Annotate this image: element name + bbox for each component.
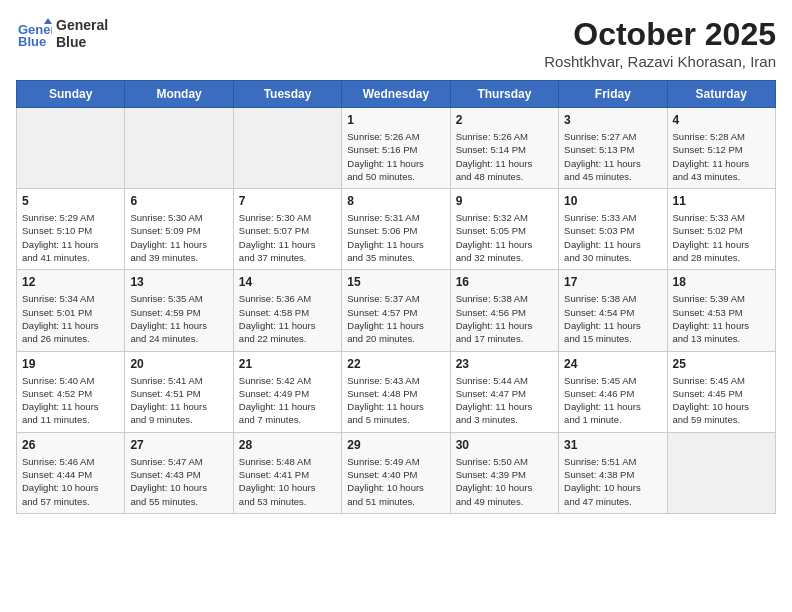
day-number: 17 (564, 275, 661, 289)
calendar-cell: 18Sunrise: 5:39 AM Sunset: 4:53 PM Dayli… (667, 270, 775, 351)
calendar-cell: 26Sunrise: 5:46 AM Sunset: 4:44 PM Dayli… (17, 432, 125, 513)
calendar-table: SundayMondayTuesdayWednesdayThursdayFrid… (16, 80, 776, 514)
day-info: Sunrise: 5:47 AM Sunset: 4:43 PM Dayligh… (130, 455, 227, 508)
day-info: Sunrise: 5:48 AM Sunset: 4:41 PM Dayligh… (239, 455, 336, 508)
day-number: 14 (239, 275, 336, 289)
day-info: Sunrise: 5:33 AM Sunset: 5:02 PM Dayligh… (673, 211, 770, 264)
calendar-cell: 11Sunrise: 5:33 AM Sunset: 5:02 PM Dayli… (667, 189, 775, 270)
day-info: Sunrise: 5:27 AM Sunset: 5:13 PM Dayligh… (564, 130, 661, 183)
calendar-cell: 29Sunrise: 5:49 AM Sunset: 4:40 PM Dayli… (342, 432, 450, 513)
day-number: 18 (673, 275, 770, 289)
day-number: 9 (456, 194, 553, 208)
calendar-cell: 2Sunrise: 5:26 AM Sunset: 5:14 PM Daylig… (450, 108, 558, 189)
day-info: Sunrise: 5:31 AM Sunset: 5:06 PM Dayligh… (347, 211, 444, 264)
day-number: 6 (130, 194, 227, 208)
day-number: 26 (22, 438, 119, 452)
day-number: 29 (347, 438, 444, 452)
calendar-week-row: 19Sunrise: 5:40 AM Sunset: 4:52 PM Dayli… (17, 351, 776, 432)
day-info: Sunrise: 5:33 AM Sunset: 5:03 PM Dayligh… (564, 211, 661, 264)
calendar-cell: 19Sunrise: 5:40 AM Sunset: 4:52 PM Dayli… (17, 351, 125, 432)
day-number: 15 (347, 275, 444, 289)
calendar-cell: 8Sunrise: 5:31 AM Sunset: 5:06 PM Daylig… (342, 189, 450, 270)
calendar-cell: 10Sunrise: 5:33 AM Sunset: 5:03 PM Dayli… (559, 189, 667, 270)
day-info: Sunrise: 5:30 AM Sunset: 5:09 PM Dayligh… (130, 211, 227, 264)
calendar-cell: 13Sunrise: 5:35 AM Sunset: 4:59 PM Dayli… (125, 270, 233, 351)
day-number: 19 (22, 357, 119, 371)
day-info: Sunrise: 5:38 AM Sunset: 4:56 PM Dayligh… (456, 292, 553, 345)
weekday-header-saturday: Saturday (667, 81, 775, 108)
day-info: Sunrise: 5:49 AM Sunset: 4:40 PM Dayligh… (347, 455, 444, 508)
day-number: 28 (239, 438, 336, 452)
day-info: Sunrise: 5:50 AM Sunset: 4:39 PM Dayligh… (456, 455, 553, 508)
calendar-week-row: 5Sunrise: 5:29 AM Sunset: 5:10 PM Daylig… (17, 189, 776, 270)
day-info: Sunrise: 5:45 AM Sunset: 4:46 PM Dayligh… (564, 374, 661, 427)
page-header: General Blue General Blue October 2025 R… (16, 16, 776, 70)
day-number: 8 (347, 194, 444, 208)
day-info: Sunrise: 5:37 AM Sunset: 4:57 PM Dayligh… (347, 292, 444, 345)
day-info: Sunrise: 5:36 AM Sunset: 4:58 PM Dayligh… (239, 292, 336, 345)
day-info: Sunrise: 5:42 AM Sunset: 4:49 PM Dayligh… (239, 374, 336, 427)
day-info: Sunrise: 5:28 AM Sunset: 5:12 PM Dayligh… (673, 130, 770, 183)
calendar-cell: 3Sunrise: 5:27 AM Sunset: 5:13 PM Daylig… (559, 108, 667, 189)
day-number: 20 (130, 357, 227, 371)
day-number: 24 (564, 357, 661, 371)
calendar-cell: 7Sunrise: 5:30 AM Sunset: 5:07 PM Daylig… (233, 189, 341, 270)
calendar-cell: 30Sunrise: 5:50 AM Sunset: 4:39 PM Dayli… (450, 432, 558, 513)
day-number: 27 (130, 438, 227, 452)
logo: General Blue General Blue (16, 16, 108, 52)
day-info: Sunrise: 5:41 AM Sunset: 4:51 PM Dayligh… (130, 374, 227, 427)
day-info: Sunrise: 5:44 AM Sunset: 4:47 PM Dayligh… (456, 374, 553, 427)
month-title: October 2025 (544, 16, 776, 53)
logo-line2: Blue (56, 34, 108, 51)
calendar-cell: 1Sunrise: 5:26 AM Sunset: 5:16 PM Daylig… (342, 108, 450, 189)
weekday-header-friday: Friday (559, 81, 667, 108)
calendar-cell: 27Sunrise: 5:47 AM Sunset: 4:43 PM Dayli… (125, 432, 233, 513)
day-number: 12 (22, 275, 119, 289)
weekday-header-thursday: Thursday (450, 81, 558, 108)
calendar-cell: 24Sunrise: 5:45 AM Sunset: 4:46 PM Dayli… (559, 351, 667, 432)
calendar-cell: 31Sunrise: 5:51 AM Sunset: 4:38 PM Dayli… (559, 432, 667, 513)
day-info: Sunrise: 5:45 AM Sunset: 4:45 PM Dayligh… (673, 374, 770, 427)
day-number: 5 (22, 194, 119, 208)
day-number: 23 (456, 357, 553, 371)
day-info: Sunrise: 5:26 AM Sunset: 5:16 PM Dayligh… (347, 130, 444, 183)
weekday-header-monday: Monday (125, 81, 233, 108)
day-info: Sunrise: 5:43 AM Sunset: 4:48 PM Dayligh… (347, 374, 444, 427)
day-info: Sunrise: 5:38 AM Sunset: 4:54 PM Dayligh… (564, 292, 661, 345)
calendar-cell: 12Sunrise: 5:34 AM Sunset: 5:01 PM Dayli… (17, 270, 125, 351)
calendar-cell (667, 432, 775, 513)
day-number: 31 (564, 438, 661, 452)
day-number: 4 (673, 113, 770, 127)
calendar-cell: 15Sunrise: 5:37 AM Sunset: 4:57 PM Dayli… (342, 270, 450, 351)
location-subtitle: Roshtkhvar, Razavi Khorasan, Iran (544, 53, 776, 70)
calendar-week-row: 1Sunrise: 5:26 AM Sunset: 5:16 PM Daylig… (17, 108, 776, 189)
calendar-cell: 20Sunrise: 5:41 AM Sunset: 4:51 PM Dayli… (125, 351, 233, 432)
calendar-cell: 28Sunrise: 5:48 AM Sunset: 4:41 PM Dayli… (233, 432, 341, 513)
calendar-cell: 21Sunrise: 5:42 AM Sunset: 4:49 PM Dayli… (233, 351, 341, 432)
day-info: Sunrise: 5:35 AM Sunset: 4:59 PM Dayligh… (130, 292, 227, 345)
day-info: Sunrise: 5:34 AM Sunset: 5:01 PM Dayligh… (22, 292, 119, 345)
calendar-cell: 5Sunrise: 5:29 AM Sunset: 5:10 PM Daylig… (17, 189, 125, 270)
weekday-header-sunday: Sunday (17, 81, 125, 108)
day-info: Sunrise: 5:32 AM Sunset: 5:05 PM Dayligh… (456, 211, 553, 264)
calendar-cell: 22Sunrise: 5:43 AM Sunset: 4:48 PM Dayli… (342, 351, 450, 432)
day-number: 3 (564, 113, 661, 127)
calendar-cell: 9Sunrise: 5:32 AM Sunset: 5:05 PM Daylig… (450, 189, 558, 270)
day-number: 7 (239, 194, 336, 208)
logo-icon: General Blue (16, 16, 52, 52)
calendar-cell: 6Sunrise: 5:30 AM Sunset: 5:09 PM Daylig… (125, 189, 233, 270)
day-info: Sunrise: 5:26 AM Sunset: 5:14 PM Dayligh… (456, 130, 553, 183)
day-number: 16 (456, 275, 553, 289)
calendar-cell: 4Sunrise: 5:28 AM Sunset: 5:12 PM Daylig… (667, 108, 775, 189)
svg-text:Blue: Blue (18, 34, 46, 49)
svg-marker-2 (44, 18, 52, 24)
calendar-cell: 17Sunrise: 5:38 AM Sunset: 4:54 PM Dayli… (559, 270, 667, 351)
day-number: 11 (673, 194, 770, 208)
calendar-cell (233, 108, 341, 189)
day-info: Sunrise: 5:40 AM Sunset: 4:52 PM Dayligh… (22, 374, 119, 427)
weekday-header-wednesday: Wednesday (342, 81, 450, 108)
calendar-cell (125, 108, 233, 189)
day-info: Sunrise: 5:29 AM Sunset: 5:10 PM Dayligh… (22, 211, 119, 264)
calendar-cell: 23Sunrise: 5:44 AM Sunset: 4:47 PM Dayli… (450, 351, 558, 432)
day-info: Sunrise: 5:39 AM Sunset: 4:53 PM Dayligh… (673, 292, 770, 345)
